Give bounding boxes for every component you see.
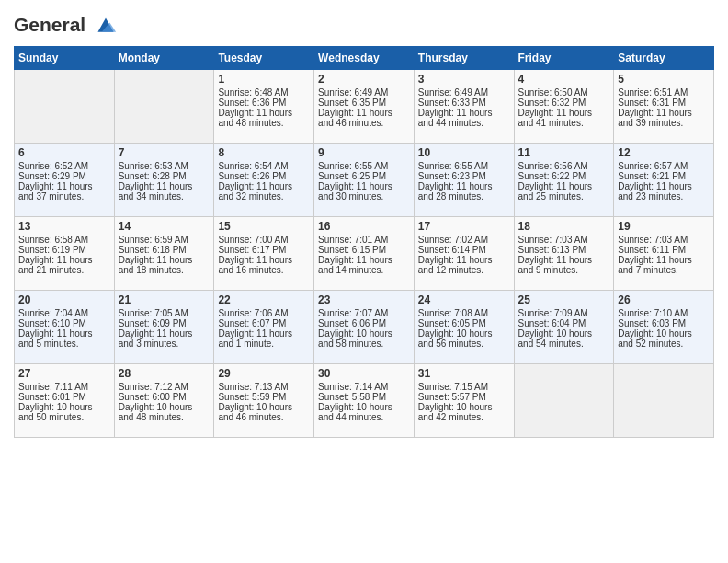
sunrise: Sunrise: 6:49 AM xyxy=(418,87,488,98)
day-number: 28 xyxy=(119,367,210,380)
sunrise: Sunrise: 6:51 AM xyxy=(618,87,688,98)
calendar-cell: 13 Sunrise: 6:58 AM Sunset: 6:19 PM Dayl… xyxy=(15,217,115,291)
daylight: Daylight: 11 hours and 28 minutes. xyxy=(418,181,493,201)
sunset: Sunset: 6:33 PM xyxy=(418,98,486,108)
day-number: 13 xyxy=(18,220,110,233)
day-number: 21 xyxy=(119,293,210,306)
daylight: Daylight: 11 hours and 21 minutes. xyxy=(18,255,93,275)
sunrise: Sunrise: 6:55 AM xyxy=(418,161,488,171)
daylight: Daylight: 11 hours and 7 minutes. xyxy=(618,255,692,275)
day-number: 30 xyxy=(318,367,410,380)
day-number: 17 xyxy=(418,220,510,233)
day-number: 1 xyxy=(218,73,310,86)
day-number: 4 xyxy=(518,73,610,86)
sunset: Sunset: 6:26 PM xyxy=(218,171,286,181)
day-number: 3 xyxy=(418,73,510,86)
calendar-header-row: SundayMondayTuesdayWednesdayThursdayFrid… xyxy=(15,47,714,70)
calendar-cell xyxy=(614,364,714,438)
daylight: Daylight: 11 hours and 18 minutes. xyxy=(119,255,193,275)
calendar-cell: 9 Sunrise: 6:55 AM Sunset: 6:25 PM Dayli… xyxy=(314,144,415,217)
sunrise: Sunrise: 6:57 AM xyxy=(618,161,688,171)
calendar-cell: 16 Sunrise: 7:01 AM Sunset: 6:15 PM Dayl… xyxy=(314,217,415,291)
day-number: 18 xyxy=(518,220,610,233)
calendar-cell: 22 Sunrise: 7:06 AM Sunset: 6:07 PM Dayl… xyxy=(214,291,314,364)
calendar-cell: 25 Sunrise: 7:09 AM Sunset: 6:04 PM Dayl… xyxy=(514,291,614,364)
daylight: Daylight: 11 hours and 3 minutes. xyxy=(119,328,193,349)
sunset: Sunset: 6:13 PM xyxy=(518,245,586,255)
sunset: Sunset: 6:06 PM xyxy=(318,318,386,328)
sunrise: Sunrise: 7:12 AM xyxy=(119,382,188,392)
calendar-cell: 18 Sunrise: 7:03 AM Sunset: 6:13 PM Dayl… xyxy=(514,217,614,291)
sunset: Sunset: 6:04 PM xyxy=(518,318,586,328)
header-monday: Monday xyxy=(114,47,214,70)
sunset: Sunset: 6:31 PM xyxy=(618,98,686,108)
sunset: Sunset: 6:36 PM xyxy=(218,98,286,108)
calendar-cell: 14 Sunrise: 6:59 AM Sunset: 6:18 PM Dayl… xyxy=(114,217,214,291)
calendar-cell: 21 Sunrise: 7:05 AM Sunset: 6:09 PM Dayl… xyxy=(114,291,214,364)
sunset: Sunset: 5:59 PM xyxy=(218,392,286,402)
calendar-cell: 12 Sunrise: 6:57 AM Sunset: 6:21 PM Dayl… xyxy=(614,144,714,217)
daylight: Daylight: 11 hours and 46 minutes. xyxy=(318,108,392,128)
calendar-cell: 29 Sunrise: 7:13 AM Sunset: 5:59 PM Dayl… xyxy=(214,364,314,438)
sunset: Sunset: 6:19 PM xyxy=(18,245,86,255)
day-number: 7 xyxy=(119,146,210,159)
sunset: Sunset: 6:07 PM xyxy=(218,318,286,328)
day-number: 29 xyxy=(218,367,310,380)
sunrise: Sunrise: 6:48 AM xyxy=(218,87,288,98)
calendar-cell: 5 Sunrise: 6:51 AM Sunset: 6:31 PM Dayli… xyxy=(614,70,714,144)
sunset: Sunset: 6:22 PM xyxy=(518,171,586,181)
daylight: Daylight: 11 hours and 5 minutes. xyxy=(18,328,93,349)
sunrise: Sunrise: 7:15 AM xyxy=(418,382,488,392)
daylight: Daylight: 10 hours and 58 minutes. xyxy=(318,328,392,349)
sunrise: Sunrise: 6:55 AM xyxy=(318,161,388,171)
sunset: Sunset: 6:35 PM xyxy=(318,98,386,108)
header-friday: Friday xyxy=(514,47,614,70)
day-number: 8 xyxy=(218,146,310,159)
calendar-table: SundayMondayTuesdayWednesdayThursdayFrid… xyxy=(14,46,714,438)
sunrise: Sunrise: 7:13 AM xyxy=(218,382,288,392)
calendar-cell xyxy=(114,70,214,144)
sunset: Sunset: 5:57 PM xyxy=(418,392,486,402)
sunset: Sunset: 6:00 PM xyxy=(119,392,187,402)
sunset: Sunset: 6:11 PM xyxy=(618,245,686,255)
sunrise: Sunrise: 7:01 AM xyxy=(318,235,388,245)
calendar-cell: 3 Sunrise: 6:49 AM Sunset: 6:33 PM Dayli… xyxy=(414,70,514,144)
sunset: Sunset: 6:15 PM xyxy=(318,245,386,255)
daylight: Daylight: 10 hours and 50 minutes. xyxy=(18,402,93,422)
calendar-cell: 2 Sunrise: 6:49 AM Sunset: 6:35 PM Dayli… xyxy=(314,70,415,144)
header-thursday: Thursday xyxy=(414,47,514,70)
calendar-cell: 26 Sunrise: 7:10 AM Sunset: 6:03 PM Dayl… xyxy=(614,291,714,364)
sunrise: Sunrise: 6:59 AM xyxy=(119,235,188,245)
calendar-week-5: 27 Sunrise: 7:11 AM Sunset: 6:01 PM Dayl… xyxy=(15,364,714,438)
calendar-week-2: 6 Sunrise: 6:52 AM Sunset: 6:29 PM Dayli… xyxy=(15,144,714,217)
sunrise: Sunrise: 7:07 AM xyxy=(318,308,388,318)
sunrise: Sunrise: 6:53 AM xyxy=(119,161,188,171)
calendar-cell: 6 Sunrise: 6:52 AM Sunset: 6:29 PM Dayli… xyxy=(15,144,115,217)
calendar-cell: 17 Sunrise: 7:02 AM Sunset: 6:14 PM Dayl… xyxy=(414,217,514,291)
daylight: Daylight: 11 hours and 34 minutes. xyxy=(119,181,193,201)
header-sunday: Sunday xyxy=(15,47,115,70)
daylight: Daylight: 11 hours and 44 minutes. xyxy=(418,108,493,128)
day-number: 24 xyxy=(418,293,510,306)
sunrise: Sunrise: 7:00 AM xyxy=(218,235,288,245)
sunrise: Sunrise: 7:11 AM xyxy=(18,382,88,392)
sunset: Sunset: 6:10 PM xyxy=(18,318,86,328)
header-tuesday: Tuesday xyxy=(214,47,314,70)
calendar-cell: 23 Sunrise: 7:07 AM Sunset: 6:06 PM Dayl… xyxy=(314,291,415,364)
sunset: Sunset: 6:28 PM xyxy=(119,171,187,181)
daylight: Daylight: 10 hours and 44 minutes. xyxy=(318,402,392,422)
sunrise: Sunrise: 6:50 AM xyxy=(518,87,588,98)
daylight: Daylight: 11 hours and 25 minutes. xyxy=(518,181,593,201)
sunset: Sunset: 6:09 PM xyxy=(119,318,187,328)
calendar-cell xyxy=(15,70,115,144)
day-number: 6 xyxy=(18,146,110,159)
daylight: Daylight: 11 hours and 16 minutes. xyxy=(218,255,292,275)
sunrise: Sunrise: 7:10 AM xyxy=(618,308,688,318)
day-number: 20 xyxy=(18,293,110,306)
header-wednesday: Wednesday xyxy=(314,47,415,70)
sunset: Sunset: 6:23 PM xyxy=(418,171,486,181)
day-number: 22 xyxy=(218,293,310,306)
day-number: 15 xyxy=(218,220,310,233)
daylight: Daylight: 11 hours and 32 minutes. xyxy=(218,181,292,201)
sunrise: Sunrise: 7:04 AM xyxy=(18,308,88,318)
